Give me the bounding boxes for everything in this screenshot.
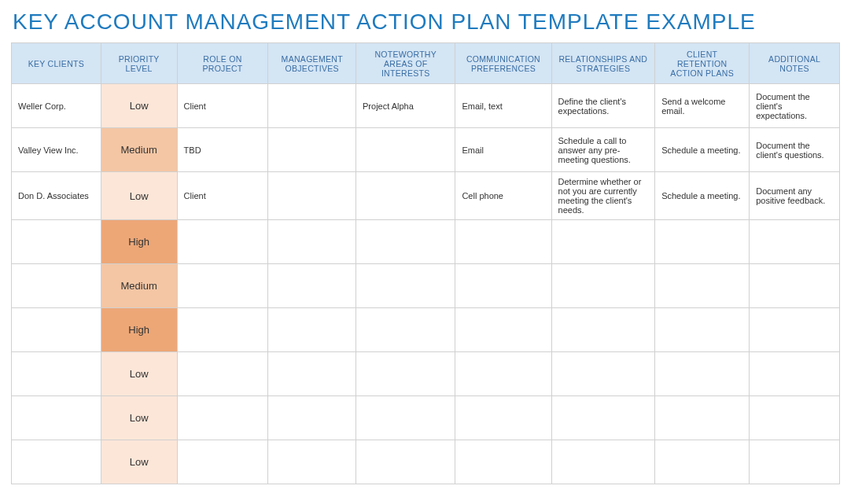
cell-relationships[interactable]: Define the client's expectations. xyxy=(551,84,655,128)
table-row: Don D. AssociatesLowClientCell phoneDete… xyxy=(12,172,840,220)
cell-interests[interactable] xyxy=(356,128,455,172)
cell-role[interactable]: Client xyxy=(177,84,268,128)
cell-notes[interactable] xyxy=(750,440,840,484)
cell-key-clients[interactable]: Valley View Inc. xyxy=(12,128,101,172)
table-row: Low xyxy=(12,352,840,396)
cell-notes[interactable] xyxy=(750,220,840,264)
cell-objectives[interactable] xyxy=(268,172,356,220)
cell-retention[interactable] xyxy=(655,396,750,440)
cell-communication[interactable] xyxy=(455,396,551,440)
cell-relationships[interactable] xyxy=(551,264,655,308)
cell-relationships[interactable] xyxy=(551,440,655,484)
table-row: Low xyxy=(12,440,840,484)
cell-interests[interactable]: Project Alpha xyxy=(356,84,455,128)
col-header-retention: CLIENT RETENTION ACTION PLANS xyxy=(655,43,750,84)
cell-retention[interactable] xyxy=(655,440,750,484)
col-header-relationships: RELATIONSHIPS AND STRATEGIES xyxy=(551,43,655,84)
cell-role[interactable] xyxy=(177,220,268,264)
cell-objectives[interactable] xyxy=(268,84,356,128)
cell-objectives[interactable] xyxy=(268,440,356,484)
cell-key-clients[interactable] xyxy=(12,308,101,352)
table-row: Valley View Inc.MediumTBDEmailSchedule a… xyxy=(12,128,840,172)
cell-communication[interactable]: Cell phone xyxy=(455,172,551,220)
col-header-priority-level: PRIORITY LEVEL xyxy=(101,43,177,84)
cell-key-clients[interactable] xyxy=(12,220,101,264)
cell-interests[interactable] xyxy=(356,396,455,440)
table-row: Weller Corp.LowClientProject AlphaEmail,… xyxy=(12,84,840,128)
col-header-key-clients: KEY CLIENTS xyxy=(12,43,101,84)
cell-relationships[interactable] xyxy=(551,308,655,352)
cell-objectives[interactable] xyxy=(268,264,356,308)
cell-key-clients[interactable] xyxy=(12,352,101,396)
cell-role[interactable] xyxy=(177,440,268,484)
table-header-row: KEY CLIENTS PRIORITY LEVEL ROLE ON PROJE… xyxy=(12,43,840,84)
cell-objectives[interactable] xyxy=(268,128,356,172)
cell-priority[interactable]: Low xyxy=(101,440,177,484)
cell-role[interactable]: Client xyxy=(177,172,268,220)
cell-interests[interactable] xyxy=(356,308,455,352)
cell-priority[interactable]: Low xyxy=(101,84,177,128)
table-row: Medium xyxy=(12,264,840,308)
cell-objectives[interactable] xyxy=(268,220,356,264)
cell-communication[interactable] xyxy=(455,308,551,352)
cell-relationships[interactable]: Schedule a call to answer any pre-meetin… xyxy=(551,128,655,172)
cell-relationships[interactable]: Determine whether or not you are current… xyxy=(551,172,655,220)
cell-objectives[interactable] xyxy=(268,308,356,352)
cell-communication[interactable] xyxy=(455,264,551,308)
table-row: High xyxy=(12,308,840,352)
cell-communication[interactable]: Email, text xyxy=(455,84,551,128)
cell-notes[interactable]: Document the client's questions. xyxy=(750,128,840,172)
cell-role[interactable] xyxy=(177,352,268,396)
cell-communication[interactable] xyxy=(455,220,551,264)
cell-priority[interactable]: Low xyxy=(101,352,177,396)
table-row: High xyxy=(12,220,840,264)
cell-objectives[interactable] xyxy=(268,396,356,440)
col-header-notes: ADDITIONAL NOTES xyxy=(750,43,840,84)
cell-retention[interactable] xyxy=(655,264,750,308)
cell-notes[interactable] xyxy=(750,264,840,308)
cell-relationships[interactable] xyxy=(551,396,655,440)
cell-key-clients[interactable]: Weller Corp. xyxy=(12,84,101,128)
cell-notes[interactable] xyxy=(750,308,840,352)
cell-interests[interactable] xyxy=(356,220,455,264)
cell-priority[interactable]: Medium xyxy=(101,128,177,172)
cell-role[interactable] xyxy=(177,264,268,308)
cell-retention[interactable]: Schedule a meeting. xyxy=(655,172,750,220)
cell-priority[interactable]: High xyxy=(101,308,177,352)
cell-retention[interactable] xyxy=(655,308,750,352)
cell-communication[interactable] xyxy=(455,440,551,484)
cell-interests[interactable] xyxy=(356,264,455,308)
cell-objectives[interactable] xyxy=(268,352,356,396)
col-header-noteworthy: NOTEWORTHY AREAS OF INTERESTS xyxy=(356,43,455,84)
cell-role[interactable]: TBD xyxy=(177,128,268,172)
cell-notes[interactable] xyxy=(750,352,840,396)
col-header-role-on-project: ROLE ON PROJECT xyxy=(177,43,268,84)
cell-role[interactable] xyxy=(177,308,268,352)
cell-priority[interactable]: Low xyxy=(101,172,177,220)
cell-interests[interactable] xyxy=(356,352,455,396)
cell-communication[interactable]: Email xyxy=(455,128,551,172)
cell-key-clients[interactable] xyxy=(12,264,101,308)
cell-interests[interactable] xyxy=(356,440,455,484)
table-row: Low xyxy=(12,396,840,440)
cell-key-clients[interactable] xyxy=(12,396,101,440)
cell-priority[interactable]: Medium xyxy=(101,264,177,308)
cell-key-clients[interactable]: Don D. Associates xyxy=(12,172,101,220)
col-header-mgmt-objectives: MANAGEMENT OBJECTIVES xyxy=(268,43,356,84)
cell-retention[interactable]: Schedule a meeting. xyxy=(655,128,750,172)
cell-notes[interactable]: Document any positive feedback. xyxy=(750,172,840,220)
cell-communication[interactable] xyxy=(455,352,551,396)
cell-retention[interactable] xyxy=(655,352,750,396)
page-title: KEY ACCOUNT MANAGEMENT ACTION PLAN TEMPL… xyxy=(13,9,840,35)
cell-retention[interactable]: Send a welcome email. xyxy=(655,84,750,128)
cell-retention[interactable] xyxy=(655,220,750,264)
cell-notes[interactable] xyxy=(750,396,840,440)
cell-key-clients[interactable] xyxy=(12,440,101,484)
cell-priority[interactable]: Low xyxy=(101,396,177,440)
cell-notes[interactable]: Document the client's expectations. xyxy=(750,84,840,128)
cell-role[interactable] xyxy=(177,396,268,440)
cell-relationships[interactable] xyxy=(551,220,655,264)
cell-interests[interactable] xyxy=(356,172,455,220)
cell-relationships[interactable] xyxy=(551,352,655,396)
cell-priority[interactable]: High xyxy=(101,220,177,264)
